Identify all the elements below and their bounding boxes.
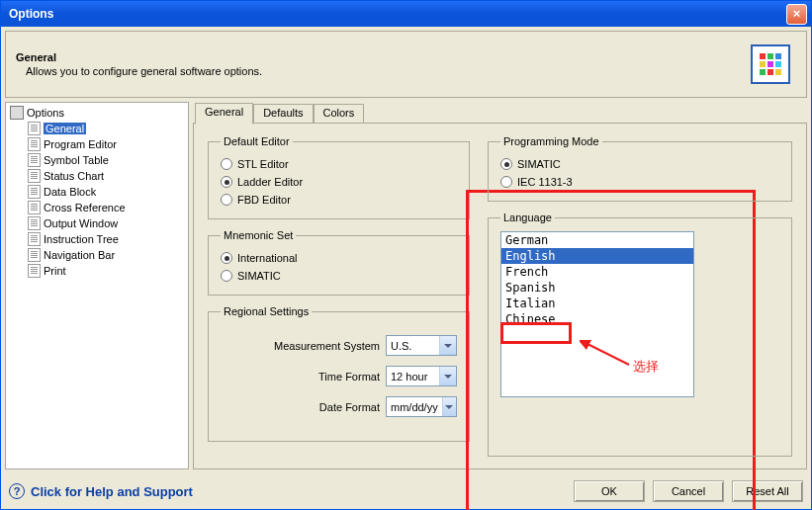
options-window: Options × General Allows you to configur… [0, 0, 812, 510]
header-title: General [16, 51, 751, 63]
ok-button[interactable]: OK [574, 480, 645, 502]
tree-item-data-block[interactable]: Data Block [8, 184, 186, 200]
programming-mode-option-iec-1131-3[interactable]: IEC 1131-3 [500, 173, 779, 191]
window-title: Options [5, 7, 786, 21]
tree-item-program-editor[interactable]: Program Editor [8, 136, 186, 152]
mnemonic-set-group: Mnemonic Set InternationalSIMATIC [208, 229, 470, 296]
page-icon [28, 153, 41, 167]
page-icon [28, 248, 41, 262]
language-item-chinese[interactable]: Chinese [501, 311, 693, 327]
tab-defaults[interactable]: Defaults [253, 104, 313, 123]
header-description: Allows you to configure general software… [16, 65, 751, 77]
tab-general[interactable]: General [195, 103, 253, 125]
page-icon [28, 216, 41, 230]
programming-mode-option-simatic[interactable]: SIMATIC [500, 155, 779, 173]
tree-item-status-chart[interactable]: Status Chart [8, 168, 186, 184]
page-icon [28, 137, 41, 151]
language-item-italian[interactable]: Italian [501, 296, 693, 311]
page-icon [28, 201, 41, 214]
help-text: Click for Help and Support [31, 484, 193, 499]
header-panel: General Allows you to configure general … [5, 31, 807, 98]
radio-icon [500, 158, 512, 170]
mnemonic-option-simatic[interactable]: SIMATIC [221, 267, 457, 285]
tree-item-output-window[interactable]: Output Window [8, 215, 186, 231]
measurement-combo[interactable]: U.S. [386, 335, 457, 356]
tree-item-print[interactable]: Print [8, 263, 186, 279]
tree-item-instruction-tree[interactable]: Instruction Tree [8, 231, 186, 247]
default-editor-option-ladder-editor[interactable]: Ladder Editor [221, 173, 457, 191]
page-icon [28, 264, 41, 278]
language-group: Language GermanEnglishFrenchSpanishItali… [488, 212, 792, 457]
language-legend: Language [500, 212, 555, 223]
help-icon: ? [9, 483, 25, 499]
regional-settings-legend: Regional Settings [221, 305, 312, 317]
radio-icon [221, 194, 232, 206]
nav-tree[interactable]: Options GeneralProgram EditorSymbol Tabl… [5, 102, 189, 469]
date-format-combo[interactable]: mm/dd/yy [386, 396, 457, 417]
annotation-text: 选择 [633, 358, 659, 376]
radio-icon [500, 176, 512, 188]
regional-settings-group: Regional Settings Measurement System U.S… [208, 305, 470, 442]
page-icon [28, 169, 41, 183]
language-item-german[interactable]: German [501, 232, 693, 248]
header-icon [751, 44, 790, 84]
mnemonic-option-international[interactable]: International [221, 249, 457, 267]
default-editor-option-fbd-editor[interactable]: FBD Editor [221, 191, 457, 209]
cancel-button[interactable]: Cancel [653, 480, 724, 502]
page-icon [28, 185, 41, 199]
reset-all-button[interactable]: Reset All [732, 480, 803, 502]
close-button[interactable]: × [786, 4, 807, 25]
tree-item-general[interactable]: General [8, 121, 186, 136]
tab-colors[interactable]: Colors [314, 104, 365, 123]
tab-general-content: Default Editor STL EditorLadder EditorFB… [193, 123, 807, 469]
footer: ? Click for Help and Support OK Cancel R… [1, 473, 811, 509]
tree-root-options[interactable]: Options [8, 105, 186, 121]
chevron-down-icon[interactable] [439, 336, 456, 355]
radio-icon [221, 270, 232, 282]
language-listbox[interactable]: GermanEnglishFrenchSpanishItalianChinese [500, 231, 694, 397]
radio-icon [221, 252, 232, 264]
date-format-label: Date Format [319, 401, 380, 413]
language-item-english[interactable]: English [501, 248, 693, 264]
tree-item-cross-reference[interactable]: Cross Reference [8, 200, 186, 215]
page-icon [28, 122, 41, 135]
chevron-down-icon[interactable] [442, 397, 456, 416]
radio-icon [221, 158, 232, 170]
time-format-label: Time Format [318, 371, 380, 382]
radio-icon [221, 176, 232, 188]
language-item-spanish[interactable]: Spanish [501, 280, 693, 296]
measurement-label: Measurement System [274, 340, 380, 352]
help-link[interactable]: ? Click for Help and Support [9, 483, 566, 499]
titlebar: Options × [1, 1, 811, 27]
chevron-down-icon[interactable] [439, 367, 456, 385]
language-item-french[interactable]: French [501, 264, 693, 280]
tree-item-navigation-bar[interactable]: Navigation Bar [8, 247, 186, 263]
programming-mode-legend: Programming Mode [500, 135, 602, 147]
tree-item-symbol-table[interactable]: Symbol Table [8, 152, 186, 168]
default-editor-legend: Default Editor [221, 135, 293, 147]
mnemonic-set-legend: Mnemonic Set [221, 229, 296, 241]
default-editor-group: Default Editor STL EditorLadder EditorFB… [208, 135, 470, 219]
programming-mode-group: Programming Mode SIMATICIEC 1131-3 [488, 135, 792, 202]
default-editor-option-stl-editor[interactable]: STL Editor [221, 155, 457, 173]
tabs: GeneralDefaultsColors [193, 102, 807, 123]
folder-icon [10, 106, 24, 120]
page-icon [28, 232, 41, 246]
time-format-combo[interactable]: 12 hour [386, 366, 457, 386]
